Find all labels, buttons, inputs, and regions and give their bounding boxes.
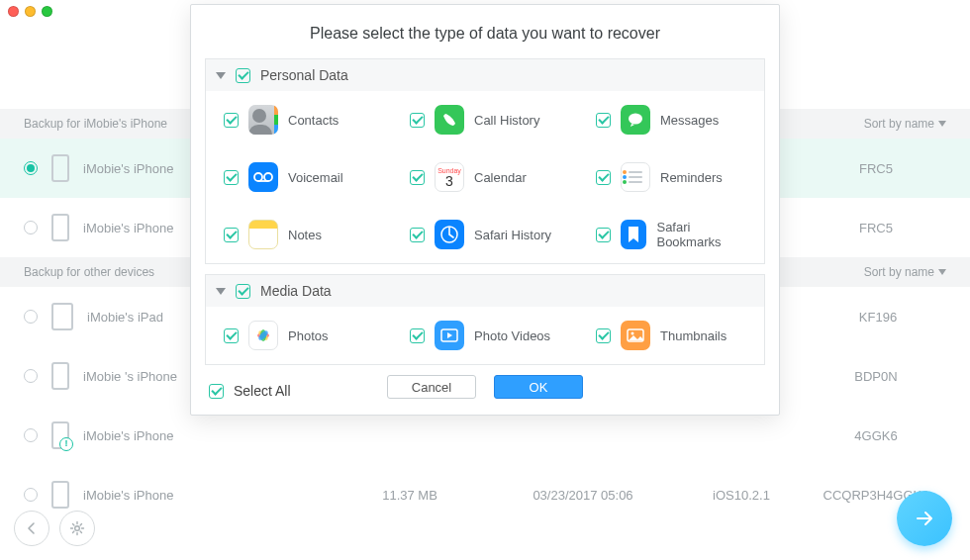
item-checkbox[interactable] [224,170,239,185]
section-title: Backup for other devices [24,265,154,279]
item-safari-history[interactable]: Safari History [392,206,578,263]
backup-serial: FRC5 [806,221,946,235]
item-checkbox[interactable] [410,328,425,343]
sort-dropdown[interactable]: Sort by name [864,265,946,279]
safari-icon [435,220,464,249]
device-icon [51,481,69,509]
item-label: Voicemail [288,170,343,185]
category-header-media[interactable]: Media Data [206,275,764,307]
item-contacts[interactable]: Contacts [206,91,392,148]
item-label: Messages [660,113,719,128]
backup-os: iOS10.2.1 [677,488,806,503]
svg-point-3 [264,173,272,181]
item-label: Reminders [660,170,723,185]
backup-serial: 4GGK6 [806,428,946,443]
item-checkbox[interactable] [596,328,611,343]
modal-title: Please select the type of data you want … [191,5,779,58]
radio-button[interactable] [24,369,38,383]
zoom-window-button[interactable] [42,6,52,17]
category-header-personal[interactable]: Personal Data [206,59,764,91]
next-button[interactable] [897,491,952,546]
item-photos[interactable]: Photos [206,307,392,364]
item-checkbox[interactable] [410,228,425,242]
radio-button[interactable] [24,310,38,324]
contacts-icon [248,105,278,135]
voicemail-icon [248,162,278,192]
svg-point-11 [631,332,634,335]
bookmark-icon [621,220,646,249]
item-checkbox[interactable] [596,113,611,128]
chevron-down-icon [216,288,226,295]
item-checkbox[interactable] [596,228,611,242]
category-personal: Personal Data Contacts Call History Mess… [205,58,765,264]
back-button[interactable] [14,511,49,546]
phone-icon [435,105,464,135]
backup-name: iMobie's iPhone [83,488,331,503]
backup-serial: KF196 [810,310,946,325]
backup-row[interactable]: iMobie's iPhone 11.37 MB 03/23/2017 05:0… [0,465,970,524]
category-checkbox[interactable] [236,284,250,299]
item-checkbox[interactable] [410,170,425,185]
backup-date: 03/23/2017 05:06 [489,488,677,503]
item-checkbox[interactable] [596,170,611,185]
select-all-checkbox[interactable]: Select All [209,383,291,399]
item-call-history[interactable]: Call History [392,91,578,148]
item-label: Calendar [474,170,527,185]
check-icon [209,384,224,399]
item-label: Call History [474,113,539,128]
cancel-button[interactable]: Cancel [387,375,476,399]
window-traffic-lights [8,6,52,17]
device-icon [51,214,69,241]
category-checkbox[interactable] [236,68,250,83]
item-safari-bookmarks[interactable]: Safari Bookmarks [578,206,764,263]
backup-serial: BDP0N [806,369,946,384]
item-label: Photo Videos [474,328,550,343]
item-photo-videos[interactable]: Photo Videos [392,307,578,364]
minimize-window-button[interactable] [25,6,36,17]
item-thumbnails[interactable]: Thumbnails [578,307,764,364]
notes-icon [248,220,278,249]
section-title: Backup for iMobie's iPhone [24,117,167,131]
item-label: Notes [288,228,322,242]
item-reminders[interactable]: Reminders [578,148,764,206]
category-media: Media Data Photos Photo Videos Thumbnail… [205,274,765,365]
ok-button[interactable]: OK [494,375,583,399]
photos-icon [248,321,278,350]
item-label: Photos [288,328,328,343]
radio-button[interactable] [24,221,38,234]
item-label: Safari Bookmarks [656,220,746,249]
device-icon [51,362,69,390]
svg-point-0 [75,526,80,531]
item-voicemail[interactable]: Voicemail [206,148,392,206]
device-icon [51,303,73,330]
thumbnails-icon [621,321,650,350]
item-label: Safari History [474,228,551,242]
item-messages[interactable]: Messages [578,91,764,148]
select-all-label: Select All [234,383,291,399]
chevron-down-icon [216,72,226,79]
item-checkbox[interactable] [224,328,239,343]
reminders-icon [621,162,650,192]
radio-button[interactable] [24,488,38,502]
item-checkbox[interactable] [410,113,425,128]
device-icon [51,421,69,449]
svg-point-1 [629,114,642,125]
item-label: Contacts [288,113,339,128]
svg-point-2 [254,173,262,181]
device-icon [51,154,69,182]
messages-icon [621,105,650,135]
item-checkbox[interactable] [224,228,239,242]
settings-button[interactable] [59,511,95,546]
backup-serial: FRC5 [806,161,946,176]
category-title: Personal Data [260,67,348,83]
sort-dropdown[interactable]: Sort by name [864,117,946,131]
item-notes[interactable]: Notes [206,206,392,263]
item-checkbox[interactable] [224,113,239,128]
item-calendar[interactable]: Sunday3 Calendar [392,148,578,206]
backup-size: 11.37 MB [331,488,489,503]
backup-name: iMobie's iPhone [83,428,331,443]
radio-button[interactable] [24,161,38,175]
radio-button[interactable] [24,428,38,442]
calendar-icon: Sunday3 [435,162,464,192]
close-window-button[interactable] [8,6,19,17]
